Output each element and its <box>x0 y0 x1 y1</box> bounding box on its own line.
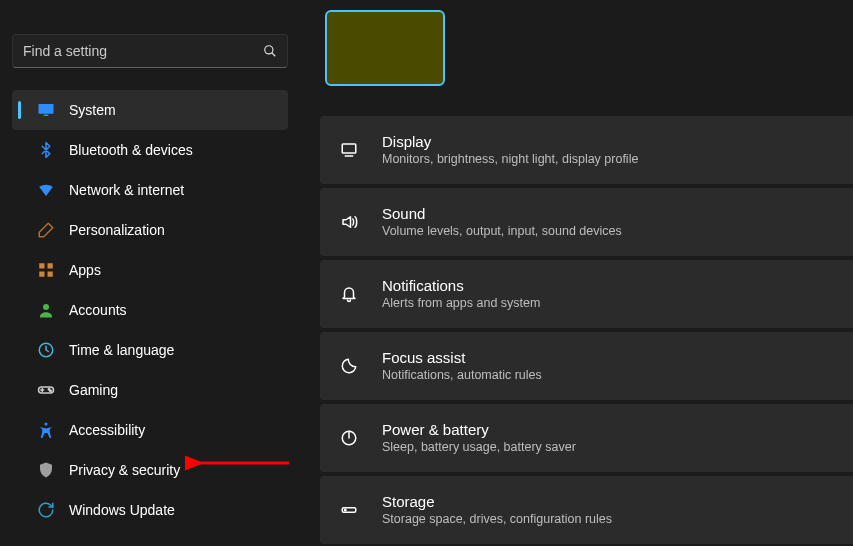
card-title: Sound <box>382 204 622 224</box>
power-icon <box>338 427 360 449</box>
accent-bar <box>18 181 21 199</box>
search-box[interactable] <box>12 34 288 68</box>
card-text: Storage Storage space, drives, configura… <box>382 492 612 529</box>
card-power[interactable]: Power & battery Sleep, battery usage, ba… <box>320 404 853 472</box>
card-text: Power & battery Sleep, battery usage, ba… <box>382 420 576 457</box>
sidebar: System Bluetooth & devices Network & int… <box>0 0 300 546</box>
card-text: Notifications Alerts from apps and syste… <box>382 276 540 313</box>
brush-icon <box>37 221 55 239</box>
svg-point-0 <box>265 46 273 54</box>
accent-bar <box>18 101 21 119</box>
monitor-outline-icon <box>338 139 360 161</box>
sidebar-item-accounts[interactable]: Accounts <box>12 290 288 330</box>
accent-bar <box>18 461 21 479</box>
sidebar-item-bluetooth[interactable]: Bluetooth & devices <box>12 130 288 170</box>
bluetooth-icon <box>37 141 55 159</box>
gamepad-icon <box>37 381 55 399</box>
svg-line-1 <box>272 53 276 57</box>
sidebar-item-label: Apps <box>69 262 101 278</box>
card-storage[interactable]: Storage Storage space, drives, configura… <box>320 476 853 544</box>
accent-bar <box>18 261 21 279</box>
sidebar-item-access[interactable]: Accessibility <box>12 410 288 450</box>
card-title: Storage <box>382 492 612 512</box>
card-title: Display <box>382 132 638 152</box>
monitor-icon <box>37 101 55 119</box>
svg-rect-6 <box>39 272 44 277</box>
sidebar-item-update[interactable]: Windows Update <box>12 490 288 530</box>
sidebar-item-network[interactable]: Network & internet <box>12 170 288 210</box>
svg-rect-5 <box>48 263 53 268</box>
clock-icon <box>37 341 55 359</box>
display-preview-thumb[interactable] <box>325 10 445 86</box>
card-text: Sound Volume levels, output, input, soun… <box>382 204 622 241</box>
svg-rect-7 <box>48 272 53 277</box>
sidebar-item-label: Windows Update <box>69 502 175 518</box>
sidebar-item-gaming[interactable]: Gaming <box>12 370 288 410</box>
card-title: Notifications <box>382 276 540 296</box>
card-title: Focus assist <box>382 348 542 368</box>
sidebar-item-time[interactable]: Time & language <box>12 330 288 370</box>
card-display[interactable]: Display Monitors, brightness, night ligh… <box>320 116 853 184</box>
card-subtitle: Storage space, drives, configuration rul… <box>382 511 612 529</box>
card-title: Power & battery <box>382 420 576 440</box>
accent-bar <box>18 301 21 319</box>
svg-point-13 <box>45 423 48 426</box>
wifi-icon <box>37 181 55 199</box>
card-subtitle: Sleep, battery usage, battery saver <box>382 439 576 457</box>
sidebar-item-label: Network & internet <box>69 182 184 198</box>
search-icon <box>263 44 277 58</box>
access-icon <box>37 421 55 439</box>
shield-icon <box>37 461 55 479</box>
moon-icon <box>338 355 360 377</box>
accent-bar <box>18 381 21 399</box>
accent-bar <box>18 141 21 159</box>
accent-bar <box>18 421 21 439</box>
sidebar-item-label: Accessibility <box>69 422 145 438</box>
card-subtitle: Alerts from apps and system <box>382 295 540 313</box>
card-subtitle: Notifications, automatic rules <box>382 367 542 385</box>
settings-cards: Display Monitors, brightness, night ligh… <box>320 116 853 544</box>
user-icon <box>37 301 55 319</box>
svg-rect-2 <box>39 104 54 114</box>
card-subtitle: Monitors, brightness, night light, displ… <box>382 151 638 169</box>
card-notif[interactable]: Notifications Alerts from apps and syste… <box>320 260 853 328</box>
card-focus[interactable]: Focus assist Notifications, automatic ru… <box>320 332 853 400</box>
update-icon <box>37 501 55 519</box>
content: Display Monitors, brightness, night ligh… <box>300 0 853 546</box>
accent-bar <box>18 341 21 359</box>
search-input[interactable] <box>23 43 263 59</box>
sidebar-item-label: Time & language <box>69 342 174 358</box>
sidebar-item-privacy[interactable]: Privacy & security <box>12 450 288 490</box>
speaker-icon <box>338 211 360 233</box>
sidebar-item-label: Privacy & security <box>69 462 180 478</box>
drive-icon <box>338 499 360 521</box>
accent-bar <box>18 501 21 519</box>
sidebar-item-system[interactable]: System <box>12 90 288 130</box>
svg-point-12 <box>50 390 52 392</box>
sidebar-item-label: Personalization <box>69 222 165 238</box>
sidebar-item-label: Accounts <box>69 302 127 318</box>
sidebar-item-personal[interactable]: Personalization <box>12 210 288 250</box>
svg-point-8 <box>43 304 49 310</box>
svg-rect-4 <box>39 263 44 268</box>
sidebar-item-label: Gaming <box>69 382 118 398</box>
user-row <box>12 10 288 24</box>
svg-rect-3 <box>44 115 49 117</box>
card-text: Display Monitors, brightness, night ligh… <box>382 132 638 169</box>
card-sound[interactable]: Sound Volume levels, output, input, soun… <box>320 188 853 256</box>
bell-icon <box>338 283 360 305</box>
accent-bar <box>18 221 21 239</box>
svg-rect-14 <box>342 144 356 153</box>
sidebar-item-label: System <box>69 102 116 118</box>
card-subtitle: Volume levels, output, input, sound devi… <box>382 223 622 241</box>
card-text: Focus assist Notifications, automatic ru… <box>382 348 542 385</box>
sidebar-item-label: Bluetooth & devices <box>69 142 193 158</box>
sidebar-item-apps[interactable]: Apps <box>12 250 288 290</box>
svg-point-19 <box>345 509 347 511</box>
nav-list: System Bluetooth & devices Network & int… <box>12 90 288 530</box>
apps-icon <box>37 261 55 279</box>
